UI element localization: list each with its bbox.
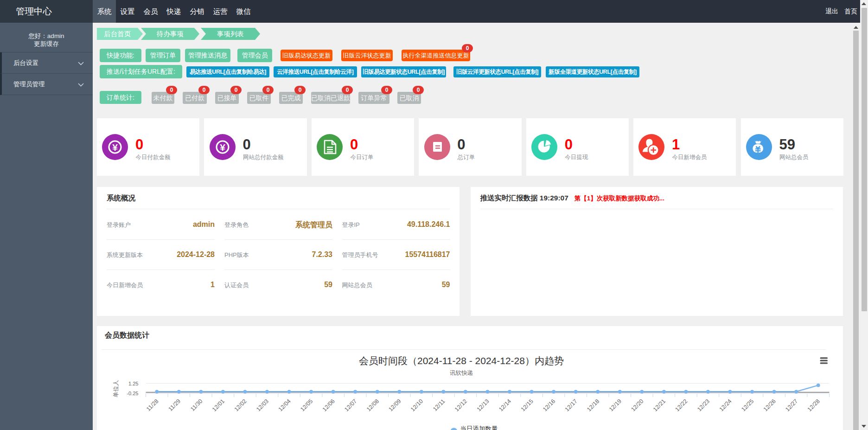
svg-text:12/21: 12/21 <box>652 398 667 413</box>
svg-text:11/29: 11/29 <box>167 398 182 412</box>
svg-text:12/24: 12/24 <box>718 398 733 413</box>
svg-text:12/05: 12/05 <box>299 398 314 413</box>
svg-text:12/27: 12/27 <box>784 398 799 413</box>
svg-text:12/14: 12/14 <box>498 398 512 413</box>
svg-text:¥: ¥ <box>220 142 225 153</box>
svg-text:12/28: 12/28 <box>806 398 821 413</box>
svg-text:11/28: 11/28 <box>145 398 160 412</box>
svg-text:12/12: 12/12 <box>453 398 468 413</box>
svg-text:12/02: 12/02 <box>233 398 248 413</box>
svg-text:12/07: 12/07 <box>343 398 358 413</box>
svg-text:12/18: 12/18 <box>586 398 600 413</box>
svg-text:1.25: 1.25 <box>128 381 138 386</box>
svg-text:12/23: 12/23 <box>696 398 711 413</box>
svg-text:12/08: 12/08 <box>365 398 380 413</box>
svg-text:12/16: 12/16 <box>542 398 556 413</box>
svg-text:12/17: 12/17 <box>564 398 579 413</box>
svg-text:会员时间段（2024-11-28 - 2024-12-28）: 会员时间段（2024-11-28 - 2024-12-28）内趋势 <box>359 355 564 366</box>
svg-text:12/20: 12/20 <box>630 398 645 413</box>
svg-text:单位人: 单位人 <box>113 380 119 398</box>
svg-text:12/22: 12/22 <box>674 398 689 413</box>
svg-text:¥: ¥ <box>113 142 118 153</box>
svg-text:12/09: 12/09 <box>387 398 402 413</box>
svg-text:12/25: 12/25 <box>740 398 755 413</box>
svg-text:12/13: 12/13 <box>476 398 491 413</box>
svg-text:11/30: 11/30 <box>189 398 204 412</box>
svg-text:12/03: 12/03 <box>255 398 270 413</box>
svg-text:12/04: 12/04 <box>277 398 292 413</box>
svg-text:12/10: 12/10 <box>409 398 424 413</box>
svg-text:12/19: 12/19 <box>608 398 623 413</box>
svg-text:12/15: 12/15 <box>520 398 535 413</box>
svg-text:-0.25: -0.25 <box>127 391 138 396</box>
svg-text:当日添加数量: 当日添加数量 <box>460 425 498 430</box>
svg-text:12/26: 12/26 <box>762 398 777 413</box>
svg-text:讯软快递: 讯软快递 <box>450 370 473 376</box>
svg-text:12/11: 12/11 <box>432 398 446 412</box>
svg-text:12/01: 12/01 <box>211 398 226 413</box>
svg-text:12/06: 12/06 <box>321 398 336 413</box>
